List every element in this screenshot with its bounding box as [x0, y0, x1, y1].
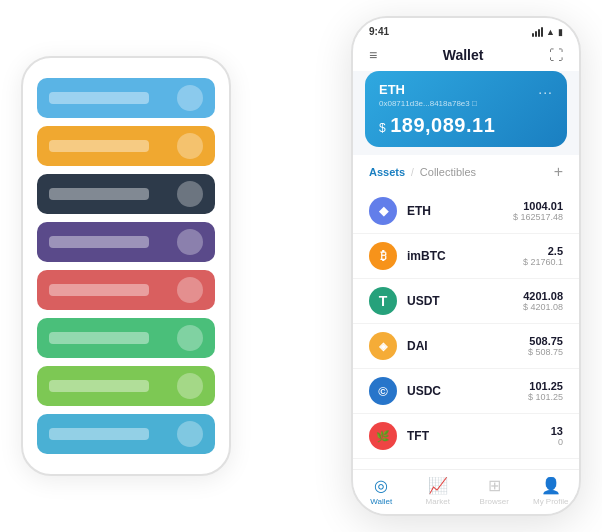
asset-amounts: 508.75 $ 508.75 [528, 335, 563, 357]
bottom-nav: ◎ Wallet 📈 Market ⊞ Browser 👤 My Profile [353, 469, 579, 514]
assets-tabs: Assets / Collectibles [369, 166, 476, 178]
eth-card-amount: $189,089.11 [379, 114, 553, 137]
status-bar: 9:41 ▲ ▮ [353, 18, 579, 41]
card-bar [49, 140, 149, 152]
table-row[interactable]: 🌿 TFT 13 0 [353, 414, 579, 459]
tab-collectibles[interactable]: Collectibles [420, 166, 476, 178]
asset-main-amount: 2.5 [523, 245, 563, 257]
battery-icon: ▮ [558, 27, 563, 37]
list-item[interactable] [37, 270, 215, 310]
asset-name: USDC [407, 384, 528, 398]
signal-icon [532, 27, 543, 37]
card-bar [49, 236, 149, 248]
card-bar [49, 92, 149, 104]
nav-item-profile[interactable]: 👤 My Profile [523, 476, 580, 506]
asset-main-amount: 4201.08 [523, 290, 563, 302]
nav-item-wallet[interactable]: ◎ Wallet [353, 476, 410, 506]
asset-usd-amount: $ 4201.08 [523, 302, 563, 312]
asset-usd-amount: $ 101.25 [528, 392, 563, 402]
asset-usd-amount: $ 508.75 [528, 347, 563, 357]
tab-separator: / [411, 167, 414, 178]
list-item[interactable] [37, 318, 215, 358]
table-row[interactable]: T USDT 4201.08 $ 4201.08 [353, 279, 579, 324]
list-item[interactable] [37, 78, 215, 118]
asset-amounts: 13 0 [551, 425, 563, 447]
card-icon [177, 181, 203, 207]
nav-label-market: Market [426, 497, 450, 506]
assets-header: Assets / Collectibles + [353, 155, 579, 189]
list-item[interactable] [37, 366, 215, 406]
usdt-icon: T [369, 287, 397, 315]
card-bar [49, 380, 149, 392]
nav-item-market[interactable]: 📈 Market [410, 476, 467, 506]
asset-usd-amount: $ 162517.48 [513, 212, 563, 222]
card-bar [49, 428, 149, 440]
expand-icon[interactable]: ⛶ [549, 47, 563, 63]
card-icon [177, 325, 203, 351]
table-row[interactable]: ₿ imBTC 2.5 $ 21760.1 [353, 234, 579, 279]
list-item[interactable] [37, 222, 215, 262]
nav-label-browser: Browser [480, 497, 509, 506]
menu-icon[interactable]: ≡ [369, 47, 377, 63]
eth-card[interactable]: ETH ... 0x08711d3e...8418a78e3 □ $189,08… [365, 71, 567, 147]
eth-card-more-button[interactable]: ... [538, 81, 553, 97]
eth-card-address: 0x08711d3e...8418a78e3 □ [379, 99, 553, 108]
asset-main-amount: 101.25 [528, 380, 563, 392]
asset-usd-amount: $ 21760.1 [523, 257, 563, 267]
page-title: Wallet [443, 47, 484, 63]
nav-label-profile: My Profile [533, 497, 569, 506]
tft-icon: 🌿 [369, 422, 397, 450]
card-icon [177, 277, 203, 303]
nav-item-browser[interactable]: ⊞ Browser [466, 476, 523, 506]
asset-main-amount: 13 [551, 425, 563, 437]
usdc-icon: © [369, 377, 397, 405]
eth-card-title: ETH [379, 82, 405, 97]
card-icon [177, 229, 203, 255]
asset-main-amount: 1004.01 [513, 200, 563, 212]
market-nav-icon: 📈 [428, 476, 448, 495]
asset-list: ◆ ETH 1004.01 $ 162517.48 ₿ imBTC 2.5 $ … [353, 189, 579, 469]
asset-name: ETH [407, 204, 513, 218]
asset-name: imBTC [407, 249, 523, 263]
phone-front: 9:41 ▲ ▮ ≡ Wallet ⛶ ETH ... [351, 16, 581, 516]
asset-main-amount: 508.75 [528, 335, 563, 347]
card-icon [177, 373, 203, 399]
asset-name: DAI [407, 339, 528, 353]
asset-usd-amount: 0 [551, 437, 563, 447]
browser-nav-icon: ⊞ [488, 476, 501, 495]
card-icon [177, 133, 203, 159]
profile-nav-icon: 👤 [541, 476, 561, 495]
card-icon [177, 85, 203, 111]
card-bar [49, 188, 149, 200]
phone-back [21, 56, 231, 476]
table-row[interactable]: ◆ ETH 1004.01 $ 162517.48 [353, 189, 579, 234]
wifi-icon: ▲ [546, 27, 555, 37]
wallet-nav-icon: ◎ [374, 476, 388, 495]
list-item[interactable] [37, 174, 215, 214]
asset-amounts: 2.5 $ 21760.1 [523, 245, 563, 267]
eth-card-header: ETH ... [379, 81, 553, 97]
nav-label-wallet: Wallet [370, 497, 392, 506]
card-icon [177, 421, 203, 447]
imbtc-icon: ₿ [369, 242, 397, 270]
phone-header: ≡ Wallet ⛶ [353, 41, 579, 71]
card-bar [49, 332, 149, 344]
dai-icon: ◈ [369, 332, 397, 360]
asset-amounts: 4201.08 $ 4201.08 [523, 290, 563, 312]
list-item[interactable] [37, 414, 215, 454]
table-row[interactable]: ◈ DAI 508.75 $ 508.75 [353, 324, 579, 369]
card-bar [49, 284, 149, 296]
status-icons: ▲ ▮ [532, 27, 563, 37]
asset-amounts: 101.25 $ 101.25 [528, 380, 563, 402]
table-row[interactable]: © USDC 101.25 $ 101.25 [353, 369, 579, 414]
asset-amounts: 1004.01 $ 162517.48 [513, 200, 563, 222]
asset-name: TFT [407, 429, 551, 443]
eth-icon: ◆ [369, 197, 397, 225]
asset-name: USDT [407, 294, 523, 308]
list-item[interactable] [37, 126, 215, 166]
scene: 9:41 ▲ ▮ ≡ Wallet ⛶ ETH ... [21, 16, 581, 516]
status-time: 9:41 [369, 26, 389, 37]
tab-assets[interactable]: Assets [369, 166, 405, 178]
add-asset-button[interactable]: + [554, 163, 563, 181]
